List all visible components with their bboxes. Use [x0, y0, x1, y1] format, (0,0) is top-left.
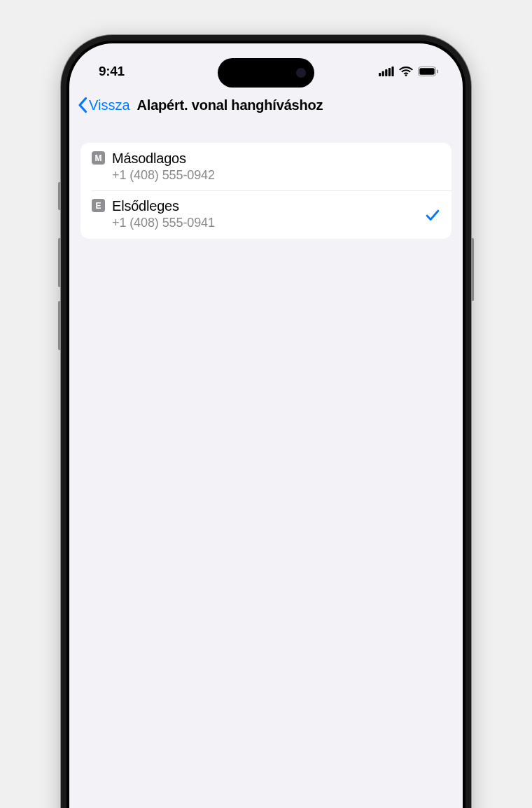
line-row-primary[interactable]: E Elsődleges +1 (408) 555-0941: [80, 190, 451, 238]
wifi-icon: [399, 67, 413, 76]
content: M Másodlagos +1 (408) 555-0942 E Elsődle…: [69, 123, 463, 239]
svg-rect-1: [382, 71, 384, 77]
status-indicators: [379, 67, 439, 76]
sim-badge-icon: M: [92, 151, 105, 165]
status-time: 9:41: [99, 64, 125, 79]
dynamic-island: [218, 58, 314, 88]
line-row-secondary[interactable]: M Másodlagos +1 (408) 555-0942: [80, 143, 451, 190]
phone-frame: 9:41: [61, 35, 471, 808]
battery-icon: [418, 67, 439, 76]
svg-rect-2: [385, 69, 387, 76]
page-title: Alapért. vonal hanghíváshoz: [137, 97, 323, 113]
line-label: Másodlagos: [112, 150, 440, 167]
line-number: +1 (408) 555-0941: [112, 215, 419, 231]
back-label: Vissza: [89, 97, 130, 113]
sim-badge-icon: E: [92, 199, 105, 212]
line-label: Elsődleges: [112, 197, 419, 215]
line-list: M Másodlagos +1 (408) 555-0942 E Elsődle…: [80, 143, 451, 239]
svg-point-5: [405, 74, 407, 76]
svg-rect-3: [388, 68, 391, 76]
cellular-icon: [379, 67, 394, 76]
nav-bar: Vissza Alapért. vonal hanghíváshoz: [69, 87, 463, 123]
svg-rect-4: [391, 67, 393, 76]
line-number: +1 (408) 555-0942: [112, 167, 440, 183]
row-text: Elsődleges +1 (408) 555-0941: [112, 197, 419, 231]
svg-rect-0: [379, 73, 381, 76]
row-text: Másodlagos +1 (408) 555-0942: [112, 150, 440, 183]
svg-rect-7: [419, 68, 434, 74]
screen: 9:41: [69, 43, 463, 808]
svg-rect-8: [437, 70, 438, 74]
checkmark-icon: [425, 207, 440, 223]
back-button[interactable]: Vissza: [78, 97, 130, 113]
chevron-left-icon: [78, 97, 88, 113]
